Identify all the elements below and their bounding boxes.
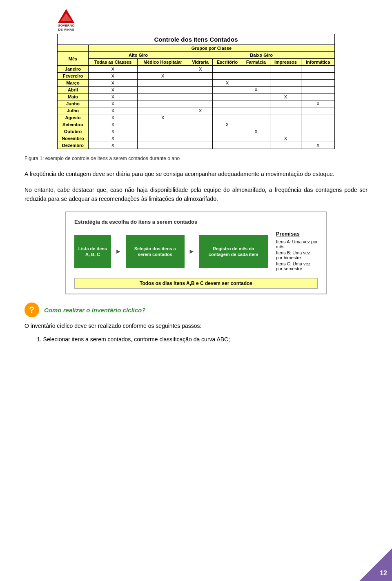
arrow-icon-2: ►: [189, 248, 195, 255]
col-todas: Todas as Classes: [88, 59, 137, 66]
question-section: ? Como realizar o inventário cíclico?: [24, 303, 368, 317]
table-row: Setembro X X: [58, 121, 335, 128]
question-icon: ?: [24, 303, 39, 317]
paragraph-2: No entanto, cabe destacar que, caso não …: [24, 185, 368, 204]
alto-giro-header: Alto Giro: [88, 52, 188, 59]
col-escritorio: Escritório: [212, 59, 242, 66]
inventory-table: Controle dos Itens Contados Grupos por C…: [57, 34, 335, 149]
premisa-2: Itens B: Uma vez por bimestre: [276, 250, 318, 260]
body-text-ciclo: O inventário cíclico deve ser realizado …: [24, 321, 368, 330]
arrow-icon-1: ►: [115, 248, 122, 255]
logo-text: GOVERNODE MINAS: [58, 24, 75, 31]
premisas-title: Premisas: [276, 231, 318, 237]
premisa-1: Itens A: Uma vez por mês: [276, 239, 318, 249]
step-1: 1. Selecionar itens a serem contados, co…: [37, 335, 368, 344]
strategy-box1: Lista de itens A, B, C: [74, 235, 111, 268]
table-row: Junho X X: [58, 100, 335, 107]
page-number: 12: [380, 570, 387, 577]
todos-bar: Todos os dias itens A,B e C devem ser co…: [74, 278, 318, 289]
col-impressos: Impressos: [270, 59, 301, 66]
col-informatica: Informática: [301, 59, 335, 66]
table-row: Outubro X X: [58, 128, 335, 135]
col-medico: Médico Hospitalar: [138, 59, 188, 66]
table-title: Controle dos Itens Contados: [58, 34, 335, 45]
grupos-label: Grupos por Classe: [88, 45, 334, 52]
strategy-box: Estratégia da escolha do itens a serem c…: [65, 211, 327, 294]
logo: GOVERNODE MINAS: [57, 8, 75, 31]
main-table-container: Controle dos Itens Contados Grupos por C…: [57, 34, 335, 149]
col-mes: Mês: [58, 52, 89, 66]
table-row: Agosto X X: [58, 114, 335, 121]
table-row: Maio X X: [58, 93, 335, 100]
strategy-box3: Registro de mês da contagem de cada item: [199, 235, 267, 268]
strategy-box2: Seleção dos itens a serem contados: [126, 235, 185, 268]
premisas-section: Premisas Itens A: Uma vez por mês Itens …: [276, 231, 318, 272]
baixo-giro-header: Baixo Giro: [188, 52, 335, 59]
table-row: Julho X X: [58, 107, 335, 114]
table-row: Fevereiro X X: [58, 73, 335, 80]
table-row: Abril X X: [58, 87, 335, 93]
premisa-3: Itens C: Uma vez por semestre: [276, 261, 318, 271]
paragraph-1: A freqüência de contagem deve ser diária…: [24, 169, 368, 178]
strategy-title: Estratégia da escolha do itens a serem c…: [74, 219, 318, 225]
col-vidros: Vidraría: [188, 59, 213, 66]
table-row: Janeiro X X: [58, 66, 335, 73]
table-row: Dezembro X X: [58, 142, 335, 149]
col-farmacia: Farmácia: [242, 59, 270, 66]
question-text: Como realizar o inventário cíclico?: [44, 307, 145, 314]
table-row: Novembro X X: [58, 135, 335, 142]
table-row: Março X X: [58, 80, 335, 87]
figure-caption: Figura 1: exemplo de controle de itens a…: [24, 156, 368, 161]
page-corner: 12: [359, 548, 392, 581]
